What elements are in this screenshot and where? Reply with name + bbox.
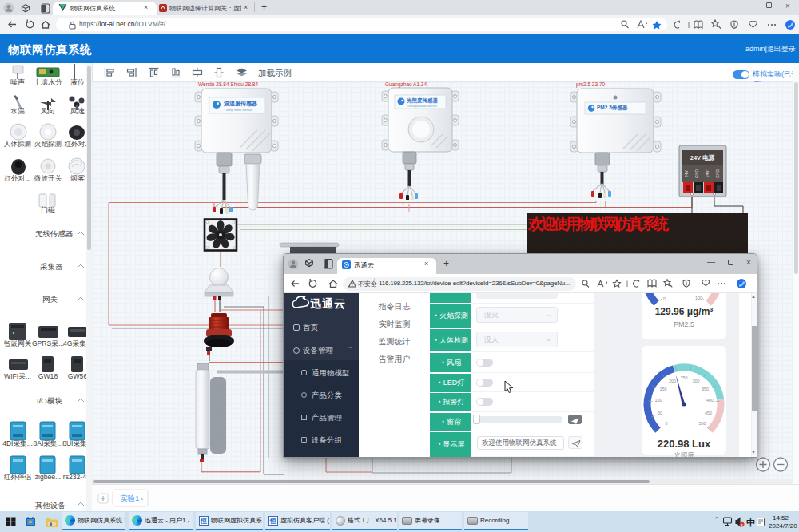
svg-text:实验1: 实验1 [120, 494, 139, 502]
svg-text:100: 100 [695, 296, 702, 300]
svg-text:129.96 μg/m³: 129.96 μg/m³ [655, 306, 714, 317]
svg-text:×: × [741, 522, 743, 527]
svg-text:PM2.5: PM2.5 [674, 320, 694, 328]
svg-text:0: 0 [663, 296, 666, 301]
svg-text:中: 中 [746, 518, 755, 527]
svg-text:pm2.5 23.70: pm2.5 23.70 [576, 81, 606, 88]
svg-text:500: 500 [698, 421, 706, 426]
svg-text:×: × [140, 495, 144, 502]
svg-text:Guangzhaodu Sensor: Guangzhaodu Sensor [407, 105, 438, 108]
svg-text:220.98 Lux: 220.98 Lux [658, 438, 711, 450]
svg-text:400: 400 [706, 398, 714, 403]
svg-text:50: 50 [658, 411, 662, 415]
svg-text:0: 0 [665, 421, 667, 426]
svg-text:200: 200 [669, 379, 676, 383]
svg-text:300: 300 [692, 379, 699, 383]
svg-text:450: 450 [705, 411, 712, 415]
svg-text:温湿度传感器: 温湿度传感器 [223, 100, 257, 107]
svg-text:350: 350 [702, 387, 709, 391]
svg-text:Temp Humi Sensor: Temp Humi Sensor [225, 108, 253, 112]
svg-text:24V: 24V [684, 169, 689, 177]
svg-text:Wendu 28.84 Shidu 28.84: Wendu 28.84 Shidu 28.84 [198, 81, 258, 87]
svg-text:24V: 24V [705, 169, 710, 177]
svg-text:Guangzhao A1.34: Guangzhao A1.34 [385, 81, 427, 88]
svg-text:GND: GND [694, 169, 699, 179]
svg-text:150: 150 [659, 387, 666, 391]
svg-text:24V 电源: 24V 电源 [690, 154, 715, 161]
svg-text:欢迎使用物联网仿真系统: 欢迎使用物联网仿真系统 [527, 216, 669, 232]
svg-text:250: 250 [680, 375, 687, 380]
svg-text:PM2.5传感器: PM2.5传感器 [597, 105, 628, 111]
svg-text:光照度传感器: 光照度传感器 [406, 97, 439, 104]
svg-text:100: 100 [654, 398, 662, 403]
svg-text:GND: GND [715, 169, 720, 179]
svg-text:光照度: 光照度 [674, 451, 694, 457]
